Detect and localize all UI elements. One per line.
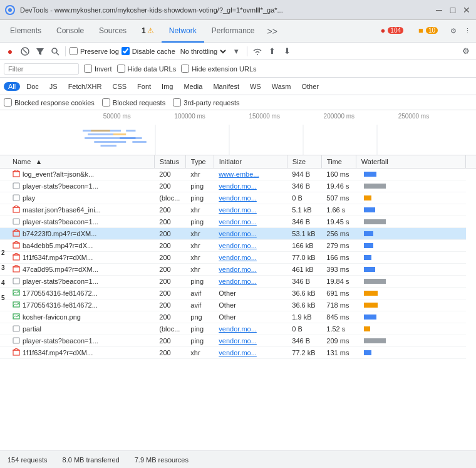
tab-console[interactable]: Console: [49, 20, 91, 43]
hide-data-urls-checkbox[interactable]: [117, 65, 125, 73]
maximize-button[interactable]: □: [448, 6, 457, 14]
svg-rect-19: [126, 130, 135, 132]
preserve-log-checkbox[interactable]: [70, 47, 78, 55]
type-btn-css[interactable]: CSS: [108, 82, 131, 91]
network-table: Name ▲ Status Type Initiator Size Time W…: [0, 155, 476, 359]
error-count: 104: [388, 27, 403, 34]
svg-rect-17: [113, 133, 126, 135]
table-row[interactable]: b74223f0.mp4?r=dXM...200xhrvendor.mo...5…: [0, 228, 476, 240]
header-waterfall[interactable]: Waterfall: [356, 155, 465, 169]
table-row[interactable]: player-stats?beacon=1...200pingvendor.mo…: [0, 335, 476, 347]
type-btn-fetch-xhr[interactable]: Fetch/XHR: [64, 82, 106, 91]
type-btn-doc[interactable]: Doc: [22, 82, 43, 91]
type-btn-ws[interactable]: WS: [246, 82, 266, 91]
table-row[interactable]: player-stats?beacon=1...200pingvendor.mo…: [0, 180, 476, 192]
third-party-checkbox[interactable]: [173, 98, 181, 107]
hide-data-urls-label[interactable]: Hide data URLs: [117, 65, 177, 73]
export-button[interactable]: ⬇: [281, 45, 294, 58]
network-table-container[interactable]: 2 3 4 5 Name ▲ Status Type Initiator Siz…: [0, 155, 476, 450]
throttle-select[interactable]: No throttling Fast 3G Slow 3G: [178, 47, 228, 56]
blocked-cookies-checkbox[interactable]: [4, 98, 12, 107]
wifi-button[interactable]: [251, 45, 264, 58]
table-row[interactable]: player-stats?beacon=1...200pingvendor.mo…: [0, 216, 476, 228]
table-row[interactable]: log_event?alt=json&k...200xhrwww-embe...…: [0, 169, 476, 180]
stop-button[interactable]: [19, 45, 31, 58]
warning-badge: ■ 10: [411, 20, 445, 43]
blocked-cookies-label[interactable]: Blocked response cookies: [4, 98, 95, 107]
more-filter-bar: Blocked response cookies Blocked request…: [0, 95, 476, 110]
svg-marker-43: [13, 348, 19, 350]
header-size[interactable]: Size: [287, 155, 321, 169]
tab-elements[interactable]: Elements: [3, 20, 49, 43]
table-row[interactable]: ba4debb5.mp4?r=dX...200xhrvendor.mo...16…: [0, 240, 476, 252]
file-icon: [13, 325, 20, 333]
type-btn-js[interactable]: JS: [45, 82, 62, 91]
minimize-button[interactable]: ─: [435, 6, 443, 14]
record-button[interactable]: ●: [4, 45, 16, 58]
type-btn-other[interactable]: Other: [297, 82, 323, 91]
blocked-requests-checkbox[interactable]: [102, 98, 110, 107]
devtools-menu-button[interactable]: ⋮: [462, 27, 473, 35]
type-btn-font[interactable]: Font: [133, 82, 155, 91]
tab-network[interactable]: Network: [162, 20, 204, 43]
table-row[interactable]: 1f1f634f.mp4?r=dXM...200xhrvendor.mo...7…: [0, 347, 476, 359]
file-icon: [13, 241, 20, 250]
header-type[interactable]: Type: [185, 155, 214, 169]
waterfall-bar: [364, 207, 375, 212]
type-btn-img[interactable]: Img: [157, 82, 177, 91]
table-row[interactable]: 1770554316-fe814672...200avifOther36.6 k…: [0, 299, 476, 311]
table-row[interactable]: 47ca0d95.mp4?r=dXM...200xhrvendor.mo...4…: [0, 264, 476, 276]
svg-rect-32: [13, 255, 19, 260]
header-status[interactable]: Status: [154, 155, 185, 169]
file-icon: [13, 205, 20, 214]
header-name[interactable]: Name ▲: [0, 155, 154, 169]
table-row[interactable]: kosher-favicon.png200pngOther1.9 kB845 m…: [0, 311, 476, 323]
disable-cache-checkbox[interactable]: [122, 47, 130, 55]
file-icon: [13, 313, 20, 321]
filter-button[interactable]: [34, 45, 46, 58]
type-btn-manifest[interactable]: Manifest: [209, 82, 244, 91]
tab-performance[interactable]: Performance: [204, 20, 262, 43]
devtools-tab-bar: Elements Console Sources 1 ⚠ Network Per…: [0, 20, 476, 43]
hide-extension-urls-checkbox[interactable]: [181, 65, 189, 73]
waterfall-bar: [364, 184, 386, 189]
table-row[interactable]: 1770554316-fe814672...200avifOther36.6 k…: [0, 288, 476, 299]
throttle-arrow[interactable]: ▾: [230, 45, 243, 58]
hide-extension-urls-label[interactable]: Hide extension URLs: [181, 65, 256, 73]
third-party-label[interactable]: 3rd-party requests: [173, 98, 239, 107]
waterfall-bar: [364, 255, 371, 260]
table-row[interactable]: player-stats?beacon=1...200pingvendor.mo…: [0, 276, 476, 288]
more-tabs-button[interactable]: >>: [262, 26, 282, 36]
invert-label[interactable]: Invert: [84, 65, 112, 73]
close-button[interactable]: ✕: [462, 6, 471, 14]
table-row[interactable]: master.json?base64_ini...200xhrvendor.mo…: [0, 204, 476, 216]
type-btn-all[interactable]: All: [4, 82, 20, 91]
table-row[interactable]: partial(bloc...pingvendor.mo...0 B1.52 s: [0, 323, 476, 335]
table-row[interactable]: play(bloc...pingvendor.mo...0 B507 ms: [0, 192, 476, 204]
type-btn-media[interactable]: Media: [179, 82, 207, 91]
window-title: DevTools - www.mykosher.com/mykosher-kid…: [20, 6, 430, 14]
file-icon: [13, 289, 20, 298]
file-icon: [13, 253, 20, 262]
type-btn-wasm[interactable]: Wasm: [267, 82, 296, 91]
devtools-settings-button[interactable]: ⚙: [445, 27, 462, 35]
network-settings-button[interactable]: ⚙: [460, 45, 472, 58]
table-row[interactable]: 1f1f634f.mp4?r=dXM...200xhrvendor.mo...7…: [0, 252, 476, 264]
svg-rect-20: [132, 141, 146, 143]
invert-checkbox[interactable]: [84, 65, 92, 73]
header-time[interactable]: Time: [321, 155, 356, 169]
header-scroll: [466, 155, 477, 169]
waterfall-bar: [364, 350, 371, 355]
filter-bar: Invert Hide data URLs Hide extension URL…: [0, 60, 476, 78]
tab-warning[interactable]: 1 ⚠: [134, 20, 162, 43]
svg-rect-16: [101, 145, 116, 147]
blocked-requests-label[interactable]: Blocked requests: [102, 98, 165, 107]
tab-sources[interactable]: Sources: [91, 20, 134, 43]
header-initiator[interactable]: Initiator: [214, 155, 287, 169]
network-table-body: log_event?alt=json&k...200xhrwww-embe...…: [0, 169, 476, 359]
search-button[interactable]: [49, 45, 61, 58]
disable-cache-label[interactable]: Disable cache: [122, 47, 175, 55]
filter-input[interactable]: [4, 63, 79, 75]
preserve-log-label[interactable]: Preserve log: [70, 47, 119, 55]
import-button[interactable]: ⬆: [266, 45, 279, 58]
